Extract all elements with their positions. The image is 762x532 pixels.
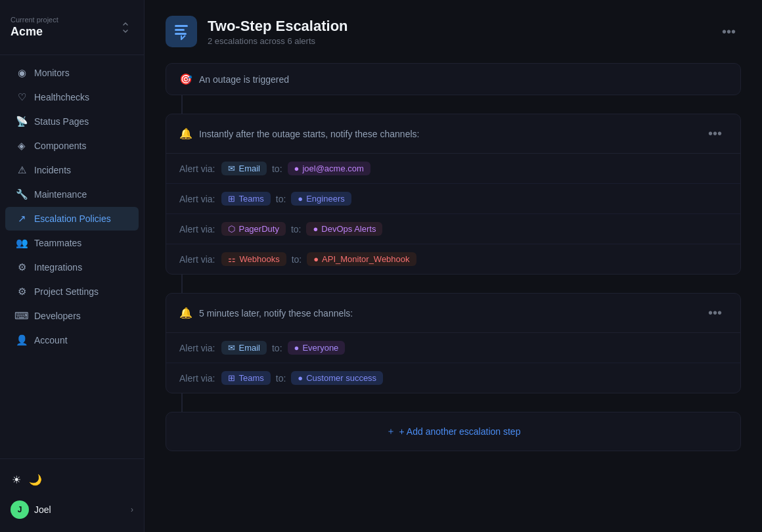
step-card-1: 🔔 Instantly after the outage starts, not… <box>166 114 741 275</box>
step-1-header-label: Instantly after the outage starts, notif… <box>199 129 419 139</box>
policy-header: Two-Step Escalation 2 escalations across… <box>166 16 741 47</box>
channel-badge-pagerduty: ⬡ PagerDuty <box>221 222 285 236</box>
sidebar-nav: ◉ Monitors♡ Healthchecks📡 Status Pages◈ … <box>0 55 144 458</box>
step-1-header: 🔔 Instantly after the outage starts, not… <box>166 114 740 154</box>
user-name: Joel <box>34 504 51 515</box>
sidebar-item-account[interactable]: 👤 Account <box>5 328 139 352</box>
channel-icon: ⊞ <box>228 194 235 204</box>
nav-icon-escalation-policies: ↗ <box>16 213 28 225</box>
step-2-header-left: 🔔 5 minutes later, notify these channels… <box>179 307 353 319</box>
step-2-alerts: Alert via: ✉ Email to: ● Everyone Alert … <box>166 333 740 393</box>
channel-icon: ✉ <box>228 343 235 353</box>
channel-icon: ⚏ <box>228 254 236 264</box>
sidebar-item-healthchecks[interactable]: ♡ Healthchecks <box>5 85 139 109</box>
svg-rect-2 <box>175 33 187 35</box>
target-icon: ● <box>313 224 318 234</box>
user-chevron-icon: › <box>131 505 133 514</box>
nav-label-developers: Developers <box>34 311 81 321</box>
policy-title: Two-Step Escalation <box>208 18 348 35</box>
alert-via-label: Alert via: <box>179 373 215 384</box>
policy-more-button[interactable]: ••• <box>717 22 741 42</box>
target-icon: ● <box>298 194 303 204</box>
sidebar-item-integrations[interactable]: ⚙ Integrations <box>5 255 139 279</box>
nav-icon-components: ◈ <box>16 140 28 152</box>
add-step-area: ＋ + Add another escalation step <box>166 412 741 451</box>
trigger-label: An outage is triggered <box>199 74 289 85</box>
nav-icon-healthchecks: ♡ <box>16 91 28 103</box>
channel-badge-teams: ⊞ Teams <box>221 192 270 206</box>
alert-row: Alert via: ⊞ Teams to: ● Engineers <box>166 184 740 214</box>
step-1-header-left: 🔔 Instantly after the outage starts, not… <box>179 127 419 140</box>
light-theme-button[interactable]: ☀ <box>11 472 22 487</box>
nav-icon-incidents: ⚠ <box>16 164 28 176</box>
channel-icon: ⊞ <box>228 373 235 383</box>
step-2-more-button[interactable]: ••• <box>703 303 727 323</box>
nav-icon-monitors: ◉ <box>16 67 28 79</box>
nav-label-monitors: Monitors <box>34 68 70 78</box>
switch-project-button[interactable] <box>118 20 133 35</box>
nav-icon-project-settings: ⚙ <box>16 286 28 298</box>
sidebar-item-components[interactable]: ◈ Components <box>5 134 139 158</box>
svg-rect-1 <box>175 29 185 31</box>
avatar: J <box>11 500 29 519</box>
channel-badge-email: ✉ Email <box>221 341 267 355</box>
dark-theme-button[interactable]: 🌙 <box>28 472 43 487</box>
user-row[interactable]: J Joel › <box>5 495 139 524</box>
nav-label-healthchecks: Healthchecks <box>34 92 89 102</box>
target-icon: ● <box>298 373 303 383</box>
nav-label-escalation-policies: Escalation Policies <box>34 213 111 224</box>
target-icon: ● <box>294 343 300 353</box>
to-label: to: <box>272 164 282 174</box>
target-badge: ● Everyone <box>288 341 346 355</box>
alert-via-label: Alert via: <box>179 254 215 265</box>
connector-1 <box>181 95 183 114</box>
nav-icon-status-pages: 📡 <box>16 116 28 127</box>
sidebar-item-incidents[interactable]: ⚠ Incidents <box>5 158 139 182</box>
step-1-alerts: Alert via: ✉ Email to: ● joel@acme.com A… <box>166 154 740 274</box>
nav-label-teammates: Teammates <box>34 238 81 248</box>
sidebar-item-maintenance[interactable]: 🔧 Maintenance <box>5 183 139 206</box>
step-1-more-button[interactable]: ••• <box>703 123 727 144</box>
project-info: Current project Acme <box>11 16 58 39</box>
alert-row: Alert via: ⬡ PagerDuty to: ● DevOps Aler… <box>166 214 740 244</box>
target-icon: ● <box>294 164 300 173</box>
nav-label-account: Account <box>34 335 68 345</box>
sidebar-item-project-settings[interactable]: ⚙ Project Settings <box>5 280 139 303</box>
connector-2 <box>181 275 183 293</box>
trigger-card: 🎯 An outage is triggered <box>166 63 741 95</box>
nav-label-status-pages: Status Pages <box>34 116 89 127</box>
to-label: to: <box>276 194 286 204</box>
nav-label-maintenance: Maintenance <box>34 189 87 200</box>
sidebar-item-escalation-policies[interactable]: ↗ Escalation Policies <box>5 207 139 231</box>
step-2-bell-icon: 🔔 <box>179 307 192 319</box>
policy-header-left: Two-Step Escalation 2 escalations across… <box>166 16 348 47</box>
alert-via-label: Alert via: <box>179 224 215 234</box>
project-name: Acme <box>11 25 58 39</box>
nav-label-components: Components <box>34 141 86 151</box>
nav-icon-integrations: ⚙ <box>16 261 28 273</box>
policy-subtitle: 2 escalations across 6 alerts <box>208 36 348 46</box>
policy-title-group: Two-Step Escalation 2 escalations across… <box>208 18 348 46</box>
nav-icon-account: 👤 <box>16 334 28 346</box>
sidebar-item-monitors[interactable]: ◉ Monitors <box>5 61 139 85</box>
target-icon: ● <box>313 254 319 264</box>
step-2-header: 🔔 5 minutes later, notify these channels… <box>166 294 740 333</box>
step-2-header-label: 5 minutes later, notify these channels: <box>199 308 353 319</box>
alert-row: Alert via: ✉ Email to: ● Everyone <box>166 333 740 363</box>
sidebar-item-status-pages[interactable]: 📡 Status Pages <box>5 110 139 133</box>
policy-icon <box>166 16 197 47</box>
nav-label-integrations: Integrations <box>34 262 82 273</box>
escalation-flow: 🎯 An outage is triggered 🔔 Instantly aft… <box>166 63 741 451</box>
nav-icon-maintenance: 🔧 <box>16 188 28 200</box>
sidebar-header: Current project Acme <box>0 0 144 55</box>
target-badge: ● Engineers <box>291 192 351 206</box>
nav-label-incidents: Incidents <box>34 165 71 175</box>
sidebar-item-developers[interactable]: ⌨ Developers <box>5 304 139 328</box>
sidebar: Current project Acme ◉ Monitors♡ Healthc… <box>0 0 145 532</box>
main-content: Two-Step Escalation 2 escalations across… <box>145 0 762 532</box>
step-card-2: 🔔 5 minutes later, notify these channels… <box>166 293 741 393</box>
to-label: to: <box>292 254 302 265</box>
sidebar-item-teammates[interactable]: 👥 Teammates <box>5 231 139 255</box>
current-project-label: Current project <box>11 16 58 24</box>
add-escalation-step-button[interactable]: ＋ + Add another escalation step <box>386 426 521 437</box>
